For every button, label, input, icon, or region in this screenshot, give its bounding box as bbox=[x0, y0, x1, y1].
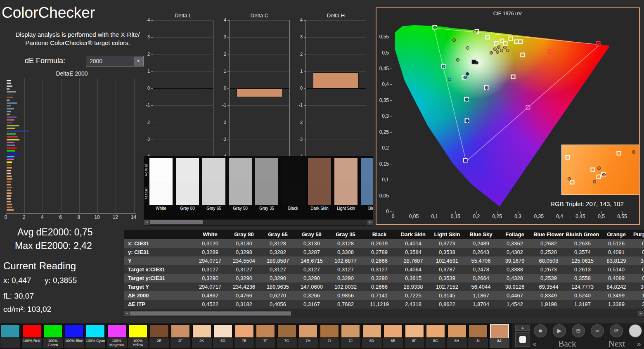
measurement-point bbox=[464, 159, 467, 162]
table-scrollbar[interactable]: ◄ ► bbox=[124, 311, 644, 316]
delta-bar bbox=[313, 72, 358, 88]
refresh-button[interactable]: ⟳ bbox=[610, 324, 623, 337]
patch-cell-100-green[interactable]: 100% Green bbox=[43, 324, 63, 348]
delta-axis-label: 0 bbox=[140, 85, 150, 90]
patch-cell-8f[interactable]: 8F bbox=[404, 324, 425, 348]
patch-cell-2f[interactable]: 2F bbox=[170, 324, 191, 348]
deltae-bar bbox=[7, 153, 19, 154]
patch-color bbox=[150, 325, 169, 338]
back-chevron-icon[interactable]: « bbox=[533, 340, 536, 348]
play-button[interactable]: ▶ bbox=[553, 324, 566, 337]
table-cell: 0,3308 bbox=[329, 248, 362, 256]
patch-cell-8e[interactable]: 8E bbox=[383, 324, 403, 348]
delta-axis-tick bbox=[304, 88, 305, 89]
next-chevron-icon[interactable]: » bbox=[637, 340, 641, 348]
back-button[interactable]: Back bbox=[542, 339, 592, 349]
patch-cell-7e[interactable]: 7E bbox=[234, 324, 255, 348]
patch-cell-7i[interactable]: 7I bbox=[319, 324, 340, 348]
table-cell: 0,2789 bbox=[362, 248, 396, 256]
indicator-button[interactable] bbox=[629, 324, 642, 337]
patch-cell-100-blue[interactable]: 100% Blue bbox=[64, 324, 85, 348]
table-cell: 0,5240 bbox=[566, 291, 599, 300]
table-column-header-gray-35: Gray 35 bbox=[329, 230, 362, 239]
continuous-button[interactable]: ∞ bbox=[591, 324, 604, 337]
patch-cell-8i[interactable]: 8I bbox=[468, 324, 488, 348]
table-cell: 102,7152 bbox=[430, 283, 464, 291]
table-cell: 0,2643 bbox=[464, 248, 498, 256]
swatch-target-dark-skin bbox=[308, 182, 331, 205]
scrollbar-thumb[interactable] bbox=[150, 220, 203, 224]
scroll-right-icon[interactable]: ► bbox=[367, 220, 373, 225]
patch-cell-patch[interactable] bbox=[0, 324, 21, 348]
delta-axis-label: 4 bbox=[216, 17, 226, 22]
scroll-right-icon[interactable]: ► bbox=[638, 311, 644, 316]
delta-axis-label: 3 bbox=[140, 34, 150, 39]
scroll-left-icon[interactable]: ◄ bbox=[124, 311, 130, 316]
strip-scroll-up-button[interactable]: ▲ bbox=[515, 325, 530, 331]
scroll-left-icon[interactable]: ◄ bbox=[144, 220, 149, 225]
table-cell: 0,3290 bbox=[193, 274, 227, 283]
patch-cell-8g[interactable]: 8G bbox=[425, 324, 446, 348]
table-cell: 0,3266 bbox=[295, 291, 329, 300]
patch-cell-7f[interactable]: 7F bbox=[255, 324, 276, 348]
measurement-point bbox=[503, 46, 507, 49]
inset-target-point bbox=[591, 168, 595, 172]
patch-cell-100-red[interactable]: 100% Red bbox=[21, 324, 42, 348]
patch-cell-7g[interactable]: 7G bbox=[277, 324, 297, 348]
measure-button[interactable]: ⊟ bbox=[572, 324, 585, 337]
table-row-label: ΔE 2000 bbox=[124, 291, 193, 300]
table-cell: 38,9126 bbox=[498, 283, 532, 291]
patch-cell-8d[interactable]: 8D bbox=[362, 324, 382, 348]
table-cell: 0,2619 bbox=[362, 239, 396, 248]
table-cell: 294,0717 bbox=[193, 283, 227, 291]
table-cell: 0,8349 bbox=[532, 291, 566, 300]
patch-cell-8j[interactable]: 8J bbox=[489, 324, 510, 348]
deltae-bar bbox=[7, 145, 15, 146]
patch-cell-2k[interactable]: 2K bbox=[192, 324, 212, 348]
patch-cell-5d[interactable]: 5D bbox=[213, 324, 233, 348]
delta-axis-tick bbox=[304, 71, 305, 72]
patch-cell-8h[interactable]: 8H bbox=[447, 324, 467, 348]
scrollbar-thumb[interactable] bbox=[130, 311, 291, 316]
table-cell: 0,4522 bbox=[193, 300, 227, 309]
deltae-bar bbox=[7, 88, 9, 90]
current-reading-heading: Current Reading bbox=[3, 260, 76, 272]
display-mode-button[interactable] bbox=[515, 332, 530, 347]
table-cell: 125,0615 bbox=[566, 256, 599, 265]
table-cell: 69,3544 bbox=[532, 283, 566, 291]
de-formula-dropdown[interactable]: 2000 ▼ bbox=[86, 56, 144, 66]
cie-x-tick bbox=[518, 211, 519, 214]
deltae-bar bbox=[7, 161, 12, 163]
target-row-label: Target bbox=[144, 182, 149, 205]
patch-preview-scrollbar[interactable]: ◄ ► bbox=[144, 219, 373, 225]
target-point bbox=[511, 75, 516, 79]
patch-cell-7j[interactable]: 7J bbox=[340, 324, 361, 348]
delta-axis-label: -1 bbox=[216, 102, 226, 107]
delta-axis-label: -3 bbox=[293, 137, 303, 142]
chevron-down-icon[interactable]: ▼ bbox=[134, 57, 143, 66]
deltae-bar bbox=[7, 159, 14, 160]
patch-cell-100-cyan[interactable]: 100% Cyan bbox=[85, 324, 106, 348]
table-cell: 0,2682 bbox=[532, 239, 566, 248]
patch-cell-100-magenta[interactable]: 100% Magenta bbox=[107, 324, 127, 348]
delta-axis-label: 2 bbox=[140, 52, 150, 57]
table-cell: 0,3574 bbox=[566, 248, 599, 256]
stop-button[interactable]: ■ bbox=[534, 324, 547, 337]
delta-gridline bbox=[153, 105, 213, 106]
page-description-line1: Display analysis is performed with the X… bbox=[12, 31, 144, 39]
next-button[interactable]: Next bbox=[596, 339, 637, 349]
table-column-header-orange: Orange bbox=[599, 230, 633, 239]
delta-gridline bbox=[153, 37, 213, 38]
cie-x-tick bbox=[601, 211, 602, 214]
patch-cell-7h[interactable]: 7H bbox=[298, 324, 318, 348]
table-cell: 1,0961 bbox=[633, 291, 644, 300]
cie-y-tick bbox=[390, 69, 392, 69]
patch-cell-2e[interactable]: 2E bbox=[149, 324, 170, 348]
table-cell: 0,1898 bbox=[633, 274, 644, 283]
delta-gridline bbox=[153, 71, 213, 72]
patch-label: 7G bbox=[277, 338, 297, 348]
delta-gridline bbox=[153, 20, 213, 21]
patch-cell-100-yellow[interactable]: 100% Yellow bbox=[128, 324, 148, 348]
swatch-label: Gray 35 bbox=[253, 206, 280, 211]
measurement-table: WhiteGray 80Gray 65Gray 50Gray 35BlackDa… bbox=[124, 230, 644, 309]
